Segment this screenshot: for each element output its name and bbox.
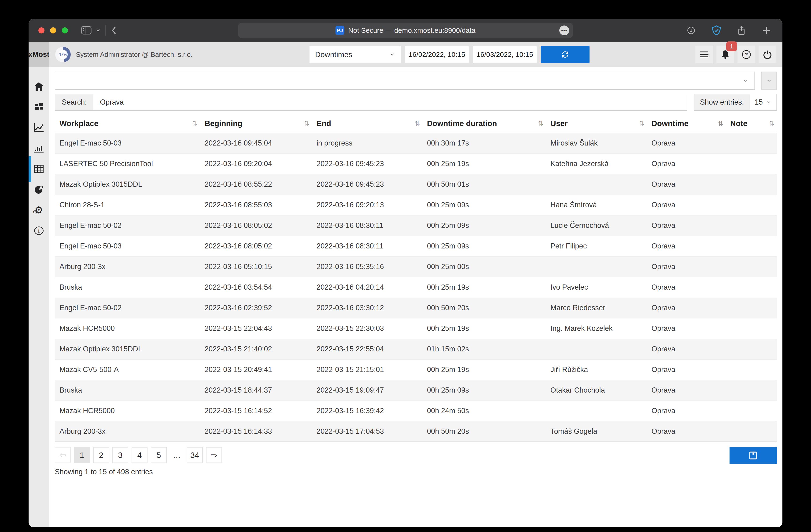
browser-window: PJ Not Secure — demo.xmost.eu:8900/data … xyxy=(29,19,782,527)
back-button[interactable] xyxy=(110,25,118,35)
table-row[interactable]: Bruska2022-03-15 18:44:372022-03-15 19:0… xyxy=(55,380,777,401)
pagination-next-button[interactable]: ⇨ xyxy=(206,447,222,463)
pagination-page-5[interactable]: 5 xyxy=(151,447,167,463)
table-cell: 2022-03-16 08:55:22 xyxy=(200,174,312,194)
table-cell: 00h 25m 19s xyxy=(422,318,546,339)
sidebar-item-settings[interactable]: ⚙ ⚙ xyxy=(29,205,49,215)
column-header-note[interactable]: Note⇅ xyxy=(725,114,777,133)
column-header-downtime[interactable]: Downtime⇅ xyxy=(647,114,725,133)
privacy-shield-icon[interactable] xyxy=(711,25,722,36)
sidebar-item-pie-chart[interactable] xyxy=(29,184,49,194)
date-to-input[interactable]: 16/03/2022, 10:15 xyxy=(473,46,537,63)
help-button[interactable]: ? xyxy=(737,46,755,63)
table-cell: Miroslav Šulák xyxy=(546,133,647,154)
table-cell: Lucie Černochová xyxy=(546,215,647,236)
logout-button[interactable] xyxy=(759,46,776,63)
refresh-button[interactable] xyxy=(541,46,590,63)
sidebar-item-table[interactable] xyxy=(29,164,49,174)
pagination-page-3[interactable]: 3 xyxy=(112,447,128,463)
sort-icon[interactable]: ⇅ xyxy=(769,120,775,127)
app-logo: xMost xyxy=(29,42,49,67)
sort-icon[interactable]: ⇅ xyxy=(639,120,644,127)
column-header-workplace[interactable]: Workplace⇅ xyxy=(55,114,200,133)
table-row[interactable]: Mazak Optiplex 3015DDL2022-03-15 21:40:0… xyxy=(55,339,777,359)
table-row[interactable]: Bruska2022-03-16 03:54:542022-03-16 04:2… xyxy=(55,277,777,298)
table-row[interactable]: Chiron 28-S-12022-03-16 08:55:032022-03-… xyxy=(55,194,777,215)
table-cell: 2022-03-15 22:30:03 xyxy=(312,318,422,339)
sort-icon[interactable]: ⇅ xyxy=(415,120,420,127)
sidebar: ⚙ ⚙ i xyxy=(29,67,49,527)
sort-icon[interactable]: ⇅ xyxy=(192,120,198,127)
oee-gauge-value: 47% xyxy=(58,50,68,59)
search-input[interactable] xyxy=(93,94,687,110)
url-more-icon[interactable]: ••• xyxy=(559,26,569,35)
menu-button[interactable] xyxy=(695,46,713,63)
table-cell xyxy=(546,256,647,277)
column-header-user[interactable]: User⇅ xyxy=(546,114,647,133)
table-row[interactable]: Mazak HCR50002022-03-15 16:14:522022-03-… xyxy=(55,401,777,421)
table-cell: Engel E-mac 50-02 xyxy=(55,298,200,318)
date-from-input[interactable]: 16/02/2022, 10:15 xyxy=(405,46,469,63)
table-row[interactable]: Engel E-mac 50-032022-03-16 08:05:022022… xyxy=(55,236,777,256)
pagination-prev-button[interactable]: ⇦ xyxy=(55,447,71,463)
sort-icon[interactable]: ⇅ xyxy=(538,120,544,127)
share-icon[interactable] xyxy=(737,25,746,36)
sidebar-item-info[interactable]: i xyxy=(29,225,49,236)
table-row[interactable]: Engel E-mac 50-022022-03-16 08:05:022022… xyxy=(55,215,777,236)
save-button[interactable] xyxy=(730,447,777,464)
table-cell: LASERTEC 50 PrecisionTool xyxy=(55,154,200,174)
sidebar-item-bar-chart[interactable] xyxy=(29,143,49,154)
sidebar-chevron-down-icon[interactable] xyxy=(95,27,101,33)
sidebar-item-home[interactable] xyxy=(29,81,49,92)
pagination-page-4[interactable]: 4 xyxy=(132,447,148,463)
sidebar-item-line-chart[interactable] xyxy=(29,123,49,133)
table-cell: 2022-03-16 09:45:23 xyxy=(312,154,422,174)
table-cell: Oprava xyxy=(647,174,725,194)
zoom-window-button[interactable] xyxy=(62,27,68,33)
new-tab-icon[interactable] xyxy=(761,25,772,35)
table-cell: in progress xyxy=(312,133,422,154)
hamburger-icon xyxy=(699,51,709,58)
sidebar-toggle-icon[interactable] xyxy=(81,26,92,35)
pagination-page-34[interactable]: 34 xyxy=(187,447,203,463)
table-row[interactable]: Mazak HCR50002022-03-15 22:04:432022-03-… xyxy=(55,318,777,339)
line-chart-icon xyxy=(33,123,44,132)
address-bar[interactable]: PJ Not Secure — demo.xmost.eu:8900/data … xyxy=(238,23,573,38)
gear-small-icon: ⚙ xyxy=(32,209,38,215)
view-select[interactable]: Downtimes xyxy=(309,46,401,63)
table-cell: Bruska xyxy=(55,380,200,401)
table-row[interactable]: Engel E-mac 50-022022-03-16 02:39:522022… xyxy=(55,298,777,318)
pagination: ⇦12345…34⇨ xyxy=(55,447,222,463)
sort-icon[interactable]: ⇅ xyxy=(718,120,723,127)
table-row[interactable]: LASERTEC 50 PrecisionTool2022-03-16 09:2… xyxy=(55,154,777,174)
table-cell: Ing. Marek Kozelek xyxy=(546,318,647,339)
pagination-page-2[interactable]: 2 xyxy=(93,447,109,463)
workplace-filter-select[interactable] xyxy=(55,72,755,90)
table-row[interactable]: Arburg 200-3x2022-03-16 05:10:152022-03-… xyxy=(55,256,777,277)
notifications-button[interactable]: 1 xyxy=(716,46,734,63)
home-icon xyxy=(34,82,44,91)
table-cell: 00h 25m 19s xyxy=(422,359,546,380)
column-header-downtime-duration[interactable]: Downtime duration⇅ xyxy=(422,114,546,133)
table-cell xyxy=(725,298,777,318)
chevron-down-icon xyxy=(766,100,771,105)
minimize-window-button[interactable] xyxy=(50,27,56,33)
sort-icon[interactable]: ⇅ xyxy=(304,120,309,127)
sidebar-item-dashboard[interactable] xyxy=(29,102,49,112)
svg-text:?: ? xyxy=(745,52,748,58)
column-header-end[interactable]: End⇅ xyxy=(312,114,422,133)
table-cell: 2022-03-15 20:49:41 xyxy=(200,359,312,380)
table-row[interactable]: Engel E-mac 50-032022-03-16 09:45:04in p… xyxy=(55,133,777,154)
table-cell: 00h 25m 19s xyxy=(422,154,546,174)
downloads-icon[interactable] xyxy=(686,25,696,35)
table-row[interactable]: Mazak Optiplex 3015DDL2022-03-16 08:55:2… xyxy=(55,174,777,194)
pagination-page-1[interactable]: 1 xyxy=(74,447,90,463)
close-window-button[interactable] xyxy=(39,27,45,33)
table-cell: Ivo Pavelec xyxy=(546,277,647,298)
table-row[interactable]: Mazak CV5-500-A2022-03-15 20:49:412022-0… xyxy=(55,359,777,380)
table-cell: 00h 50m 20s xyxy=(422,298,546,318)
show-entries-select[interactable]: 15 xyxy=(750,94,776,110)
column-header-beginning[interactable]: Beginning⇅ xyxy=(200,114,312,133)
table-row[interactable]: Arburg 200-3x2022-03-15 16:14:332022-03-… xyxy=(55,421,777,442)
filter-collapse-button[interactable] xyxy=(761,72,777,90)
